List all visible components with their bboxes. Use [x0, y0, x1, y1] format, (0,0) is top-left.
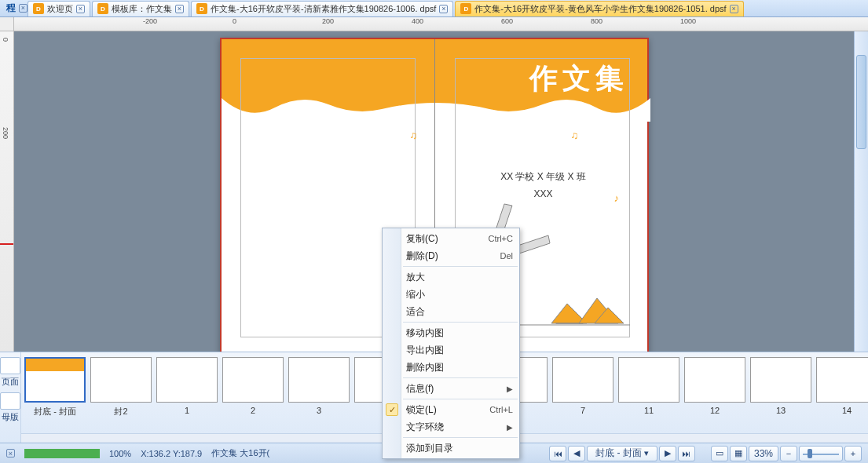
thumbnail-image[interactable]: [156, 357, 218, 403]
zoom-display[interactable]: 33%: [749, 446, 778, 461]
doc-icon: D: [196, 3, 207, 14]
thumbnail[interactable]: 1: [156, 357, 218, 415]
thumbnail[interactable]: 3: [288, 357, 350, 415]
view-spread-button[interactable]: ▦: [730, 446, 747, 461]
thumbnail-label: 11: [644, 406, 654, 415]
menu-delete-inner[interactable]: 删除内图: [383, 359, 519, 376]
thumbnail-label: 7: [580, 406, 585, 415]
menu-separator: [403, 266, 518, 267]
thumbnail-image[interactable]: [618, 357, 679, 403]
document-tabs: 程 × D 欢迎页 × D 模板库：作文集 × D 作文集-大16开软皮平装-清…: [0, 0, 868, 17]
thumbnail[interactable]: 2: [222, 357, 284, 415]
thumbnail-image[interactable]: [24, 357, 86, 403]
thumbnail-label: 封2: [114, 406, 127, 417]
doc-name-text: 作文集 大16开(: [211, 447, 269, 459]
menu-separator: [403, 399, 518, 399]
thumbnail-label: 14: [842, 406, 852, 415]
menu-copy[interactable]: 复制(C)Ctrl+C: [383, 230, 519, 247]
menu-zoom-in[interactable]: 放大: [383, 268, 519, 286]
coords-text: X:136.2 Y:187.9: [141, 449, 202, 458]
chevron-right-icon: ▶: [507, 385, 513, 393]
nav-current[interactable]: 封底 - 封面 ▾: [587, 446, 657, 461]
doc-icon: D: [33, 3, 44, 14]
check-icon: ✓: [386, 403, 398, 416]
page-icon: [0, 357, 20, 374]
zoom-text: 100%: [109, 449, 131, 458]
thumbnail-label: 1: [185, 406, 189, 415]
side-page[interactable]: 页面: [0, 357, 20, 388]
tab-doc-1051[interactable]: D 作文集-大16开软皮平装-黄色风车小学生作文集190826-1051. dp…: [455, 1, 743, 16]
scrollbar-vertical[interactable]: [854, 31, 868, 352]
thumbnails-side: 页面 母版: [0, 352, 21, 443]
menu-delete[interactable]: 删除(D)Del: [383, 247, 519, 264]
ruler-horizontal[interactable]: -200 0 200 400 600 800 1000: [14, 17, 868, 31]
app-label: 程: [3, 2, 19, 15]
tab-welcome[interactable]: D 欢迎页 ×: [27, 1, 90, 16]
thumbnail[interactable]: 封底 - 封面: [24, 357, 86, 417]
close-icon[interactable]: ×: [175, 5, 184, 13]
menu-export-inner[interactable]: 导出内图: [383, 341, 519, 359]
thumbnail[interactable]: 7: [552, 357, 613, 415]
menu-lock[interactable]: ✓锁定(L)Ctrl+L: [383, 401, 519, 418]
page-nav: ⏮ ◀ 封底 - 封面 ▾ ▶ ⏭ ▭ ▦ 33% − +: [549, 446, 862, 461]
menu-fit[interactable]: 适合: [383, 303, 519, 320]
progress-bar: [24, 449, 100, 458]
menu-zoom-out[interactable]: 缩小: [383, 286, 519, 303]
thumbnail[interactable]: 12: [684, 357, 745, 415]
thumbnail[interactable]: 14: [816, 357, 868, 415]
thumbnail-image[interactable]: [552, 357, 613, 403]
doc-icon: D: [460, 3, 471, 14]
context-menu: 复制(C)Ctrl+C 删除(D)Del 放大 缩小 适合 移动内图 导出内图 …: [382, 228, 520, 459]
thumbnail[interactable]: 封2: [90, 357, 152, 417]
thumbnail[interactable]: 11: [618, 357, 679, 415]
tab-templates[interactable]: D 模板库：作文集 ×: [92, 1, 189, 16]
thumbnail-image[interactable]: [684, 357, 745, 403]
zoom-in-button[interactable]: +: [844, 446, 862, 461]
zoom-out-button[interactable]: −: [780, 446, 797, 461]
chevron-right-icon: ▶: [507, 423, 513, 432]
tab-doc-1006[interactable]: D 作文集-大16开软皮平装-清新素雅作文集190826-1006. dpsf …: [191, 1, 453, 16]
close-icon[interactable]: ×: [439, 5, 448, 13]
thumbnail-image[interactable]: [816, 357, 868, 403]
menu-add-toc[interactable]: 添加到目录: [383, 439, 519, 457]
master-icon: [0, 392, 20, 410]
menu-separator: [403, 322, 518, 323]
thumbnail-image[interactable]: [288, 357, 350, 403]
thumbnail-label: 封底 - 封面: [34, 406, 76, 417]
doc-icon: D: [97, 3, 108, 14]
thumbnail[interactable]: 13: [750, 357, 811, 415]
nav-next-button[interactable]: ▶: [659, 446, 676, 461]
music-note-icon: ♫: [571, 129, 579, 141]
thumbnail-image[interactable]: [222, 357, 284, 403]
ruler-vertical[interactable]: 0 200: [0, 31, 14, 352]
menu-text-wrap[interactable]: 文字环绕▶: [383, 418, 519, 436]
thumbnail-image[interactable]: [750, 357, 811, 403]
ruler-corner: [0, 17, 14, 31]
menu-separator: [403, 377, 518, 378]
menu-info[interactable]: 信息(f)▶: [383, 380, 519, 397]
close-icon[interactable]: ×: [730, 5, 738, 13]
thumbnail-label: 13: [776, 406, 786, 415]
menu-move-inner[interactable]: 移动内图: [383, 324, 519, 341]
nav-last-button[interactable]: ⏭: [678, 446, 695, 461]
close-icon[interactable]: ×: [6, 449, 15, 458]
side-master[interactable]: 母版: [0, 392, 20, 423]
close-icon[interactable]: ×: [19, 4, 27, 13]
ruler-marker: [0, 243, 13, 245]
close-icon[interactable]: ×: [76, 5, 85, 13]
view-single-button[interactable]: ▭: [711, 446, 728, 461]
thumbnail-label: 2: [251, 406, 255, 415]
zoom-slider[interactable]: [799, 446, 843, 461]
thumbnail-label: 12: [710, 406, 720, 415]
scrollbar-thumb[interactable]: [856, 55, 866, 149]
thumbnail-image[interactable]: [90, 357, 152, 403]
menu-separator: [403, 437, 518, 438]
thumbnail-label: 3: [317, 406, 321, 415]
music-note-icon: ♫: [410, 129, 418, 141]
nav-prev-button[interactable]: ◀: [568, 446, 585, 461]
nav-first-button[interactable]: ⏮: [549, 446, 566, 461]
